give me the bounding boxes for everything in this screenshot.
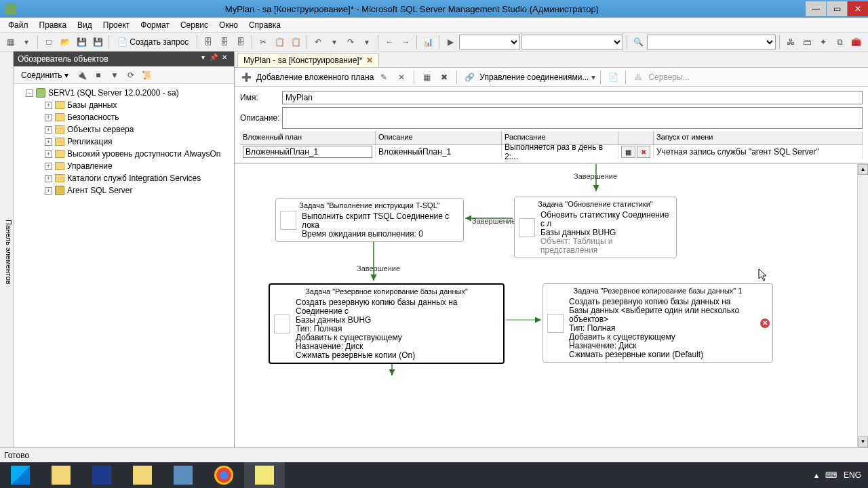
dropdown-icon[interactable]: ▾ (19, 35, 34, 49)
task-server-manager[interactable] (163, 462, 203, 488)
tree-management[interactable]: +Управление (15, 160, 233, 172)
desc-input[interactable] (282, 107, 863, 129)
tree-server-objects[interactable]: +Объекты сервера (15, 123, 233, 136)
task-backup1[interactable]: ✕ Задача "Резервное копирование базы дан… (542, 283, 773, 363)
scroll-down-icon[interactable]: ▼ (858, 436, 868, 447)
connections-dd-icon[interactable]: ▾ (591, 73, 595, 82)
menu-tools[interactable]: Сервис (175, 19, 214, 31)
task-stats[interactable]: Задача "Обновление статистики" Обновить … (514, 197, 677, 258)
tree-replication[interactable]: +Репликация (15, 136, 233, 148)
menu-file[interactable]: Файл (3, 19, 34, 31)
schedule-edit-button[interactable]: ▦ (621, 146, 635, 158)
open-button[interactable]: 📂 (58, 35, 73, 49)
task-chrome[interactable] (203, 462, 244, 488)
toolbox-button[interactable]: 🧰 (848, 35, 863, 49)
new-item-button[interactable]: □ (41, 35, 56, 49)
task-backup[interactable]: Задача "Резервное копирование базы данны… (269, 283, 505, 364)
task-ssms[interactable] (244, 462, 285, 488)
schedule-remove-button[interactable]: ✖ (437, 70, 452, 85)
canvas-scrollbar[interactable]: ▲ ▼ (857, 164, 868, 447)
toolbox-panel-tab[interactable]: Панель элементов (0, 52, 14, 447)
schedule-grid-button[interactable]: ▦ (419, 70, 434, 85)
connect-button[interactable]: Соединить ▾ (16, 68, 73, 83)
config-select[interactable] (459, 35, 520, 49)
tree-databases[interactable]: +Базы данных (15, 99, 233, 111)
designer-canvas[interactable]: Завершение Завершение Завершение Задача … (235, 163, 868, 447)
cut-button[interactable]: ✂ (256, 35, 271, 49)
nav-fwd-button[interactable]: → (398, 35, 413, 49)
row-name-input[interactable] (243, 146, 372, 158)
scroll-up-icon[interactable]: ▲ (858, 164, 868, 175)
refresh-button[interactable]: ⟳ (123, 68, 138, 83)
menu-window[interactable]: Окно (214, 19, 243, 31)
task-tsql[interactable]: Задача "Выполнение инструкции T-SQL" Вып… (275, 198, 464, 242)
copy-button[interactable]: 📋 (272, 35, 287, 49)
new-query-button[interactable]: 📄 Создать запрос (113, 35, 193, 49)
stop-button[interactable]: ■ (91, 68, 106, 83)
template-button[interactable]: ✦ (816, 35, 831, 49)
tree-agent[interactable]: +Агент SQL Server (15, 184, 233, 197)
menu-project[interactable]: Проект (98, 19, 136, 31)
new-project-button[interactable]: ▦ (3, 35, 18, 49)
servers-icon[interactable]: 🖧 (631, 70, 646, 85)
properties-button[interactable]: ⧉ (832, 35, 847, 49)
activity-button[interactable]: 📊 (420, 35, 435, 49)
object-explorer-button[interactable]: 🗃 (800, 35, 814, 49)
document-tab[interactable]: MyPlan - sa [Конструирование]* ✕ (237, 53, 379, 67)
tray-up-icon[interactable]: ▴ (814, 470, 818, 480)
panel-dropdown-icon[interactable]: ▾ (197, 54, 208, 64)
registered-servers-button[interactable]: 🖧 (783, 35, 798, 49)
maximize-button[interactable]: ▭ (827, 1, 847, 16)
db-engine-query-button[interactable]: 🗄 (201, 35, 216, 49)
task-folder[interactable] (122, 462, 163, 488)
start-button[interactable] (0, 462, 41, 488)
save-button[interactable]: 💾 (74, 35, 89, 49)
nav-back-button[interactable]: ← (382, 35, 397, 49)
edit-subplan-button[interactable]: ✎ (376, 70, 391, 85)
undo-dd-icon[interactable]: ▾ (327, 35, 342, 49)
find-button[interactable]: 🔍 (631, 35, 646, 49)
tray[interactable]: ▴ ⌨ ENG (808, 470, 868, 480)
connections-label[interactable]: Управление соединениями... (479, 73, 589, 82)
tab-close-icon[interactable]: ✕ (366, 56, 373, 65)
tray-lang[interactable]: ENG (844, 470, 861, 480)
platform-select[interactable] (521, 35, 623, 49)
menu-edit[interactable]: Правка (34, 19, 73, 31)
dmx-query-button[interactable]: 🗄 (233, 35, 248, 49)
servers-label[interactable]: Серверы... (648, 73, 689, 82)
panel-close-icon[interactable]: ✕ (219, 54, 230, 64)
add-subplan-icon[interactable]: ➕ (239, 70, 254, 85)
undo-button[interactable]: ↶ (311, 35, 326, 49)
close-button[interactable]: ✕ (848, 1, 868, 16)
tree-server[interactable]: −SERV1 (SQL Server 12.0.2000 - sa) (15, 87, 233, 99)
connections-icon[interactable]: 🔗 (462, 70, 477, 85)
logging-button[interactable]: 📄 (606, 70, 620, 85)
delete-subplan-button[interactable]: ✕ (394, 70, 409, 85)
execute-button[interactable]: ▶ (443, 35, 458, 49)
task-explorer[interactable] (41, 462, 81, 488)
tree-security[interactable]: +Безопасность (15, 111, 233, 123)
menu-view[interactable]: Вид (72, 19, 98, 31)
find-select[interactable] (647, 35, 776, 49)
task-powershell[interactable] (81, 462, 122, 488)
tree-integration[interactable]: +Каталоги служб Integration Services (15, 172, 233, 184)
name-input[interactable] (282, 91, 863, 104)
menu-format[interactable]: Формат (135, 19, 175, 31)
paste-button[interactable]: 📋 (288, 35, 303, 49)
saveall-button[interactable]: 💾 (90, 35, 105, 49)
add-subplan-label[interactable]: Добавление вложенного плана (256, 73, 374, 82)
redo-dd-icon[interactable]: ▾ (359, 35, 374, 49)
mdx-query-button[interactable]: 🗄 (217, 35, 232, 49)
filter-button[interactable]: ▼ (107, 68, 122, 83)
minimize-button[interactable]: — (806, 1, 826, 16)
panel-pin-icon[interactable]: 📌 (208, 54, 219, 64)
schedule-delete-button[interactable]: ✖ (637, 146, 651, 158)
tray-keyboard-icon[interactable]: ⌨ (825, 470, 837, 480)
script-button[interactable]: 📜 (140, 68, 155, 83)
menu-help[interactable]: Справка (243, 19, 286, 31)
tree-alwayson[interactable]: +Высокий уровень доступности AlwaysOn (15, 148, 233, 160)
redo-button[interactable]: ↷ (343, 35, 358, 49)
explorer-tree[interactable]: −SERV1 (SQL Server 12.0.2000 - sa) +Базы… (14, 84, 234, 447)
disconnect-button[interactable]: 🔌 (75, 68, 90, 83)
subplan-row[interactable]: ВложенныйПлан_1 Выполняется раз в день в… (240, 145, 863, 159)
